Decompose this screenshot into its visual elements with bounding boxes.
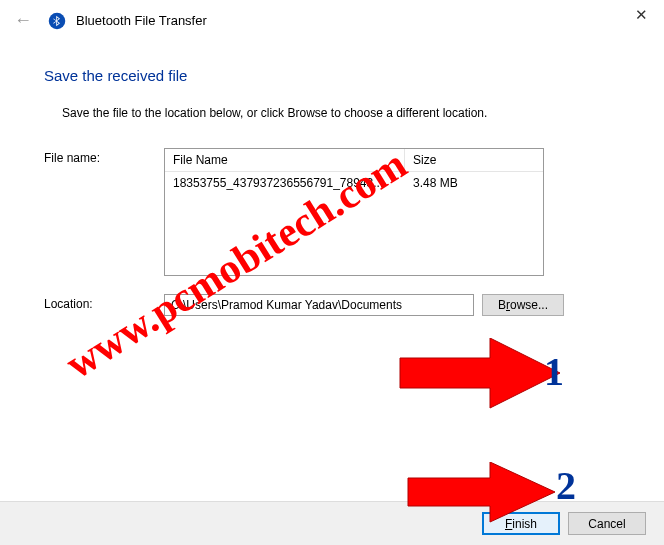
file-list-header: File Name Size [165, 149, 543, 172]
location-row: Location: Browse... [44, 294, 620, 316]
location-label: Location: [44, 294, 164, 316]
file-list[interactable]: File Name Size 18353755_437937236556791_… [164, 148, 544, 276]
col-header-filename[interactable]: File Name [165, 149, 405, 171]
finish-button[interactable]: Finish [482, 512, 560, 535]
bluetooth-icon [48, 12, 66, 30]
footer-bar: Finish Cancel [0, 501, 664, 545]
cell-filename: 18353755_437937236556791_78943... [165, 172, 405, 194]
instruction-text: Save the file to the location below, or … [62, 106, 620, 120]
table-row[interactable]: 18353755_437937236556791_78943... 3.48 M… [165, 172, 543, 194]
back-arrow-icon: ← [14, 10, 32, 31]
content-area: Save the received file Save the file to … [0, 31, 664, 316]
col-header-size[interactable]: Size [405, 149, 543, 171]
filename-row: File name: File Name Size 18353755_43793… [44, 148, 620, 276]
annotation-number-1: 1 [544, 348, 564, 395]
cell-size: 3.48 MB [405, 172, 543, 194]
browse-button-label: Browse... [498, 298, 548, 312]
location-input[interactable] [164, 294, 474, 316]
page-subtitle: Save the received file [44, 67, 620, 84]
browse-button[interactable]: Browse... [482, 294, 564, 316]
annotation-arrow-1 [390, 338, 570, 418]
filename-label: File name: [44, 148, 164, 276]
finish-button-label: Finish [505, 517, 537, 531]
svg-marker-1 [400, 338, 560, 408]
wizard-header: ← Bluetooth File Transfer [0, 0, 664, 31]
window-title: Bluetooth File Transfer [76, 13, 207, 28]
cancel-button[interactable]: Cancel [568, 512, 646, 535]
